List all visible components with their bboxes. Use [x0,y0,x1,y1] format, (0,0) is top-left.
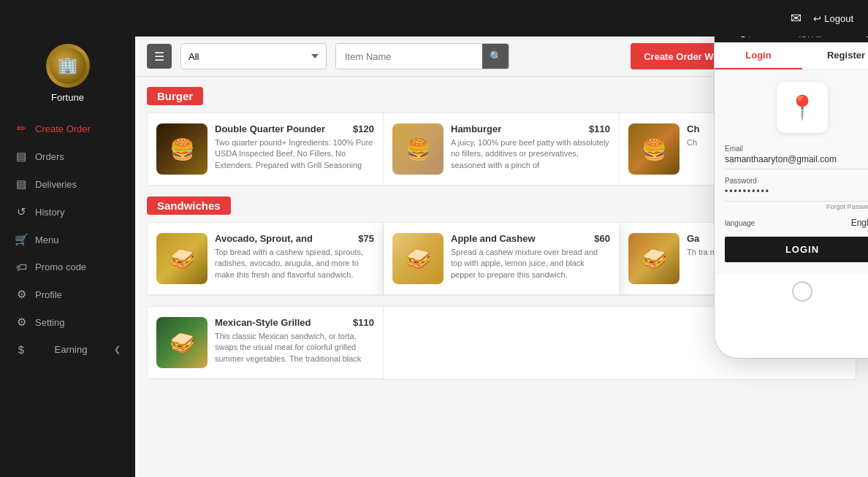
phone-home-button[interactable] [792,281,812,302]
item-price: $60 [594,233,610,244]
promo-icon: 🏷 [15,261,28,273]
item-name: Ch [687,123,699,134]
item-name: Hamburger [451,123,501,134]
hamburger-button[interactable]: ☰ [147,44,172,69]
logout-button[interactable]: ↩ Logout [813,13,853,24]
item-price: $110 [353,317,374,328]
item-image-cheeseburger [628,123,679,175]
item-image-avocado-sprout [156,233,208,284]
search-button[interactable]: 🔍 [482,44,509,69]
phone-status-bar: ●●●● ▲▼ 4:34 PM 100% [715,37,868,42]
menu-item-mexican-grilled[interactable]: Mexican-Style Grilled $110 This classic … [148,307,384,379]
category-sandwiches-label: Sandwiches [147,196,231,215]
create-order-icon: ✏ [15,122,28,135]
sidebar-item-deliveries[interactable]: ▤ Deliveries [0,170,135,198]
phone-body: 📍 Email samanthaaryton@gmail.com Passwor… [715,70,868,274]
brand-logo [46,44,90,88]
item-image-mexican-grilled [156,317,208,368]
menu-icon: 🛒 [15,233,28,246]
item-name: Apple and Cashew [451,233,536,244]
item-description: Two quarter pound+ Ingredients: 100% Pur… [215,137,374,171]
menu-item-avocado-sprout[interactable]: Avocado, Sprout, and $75 Top bread with … [148,223,384,295]
phone-password-label: Password [725,177,868,185]
item-price: $120 [353,123,374,134]
sidebar-item-promo-code[interactable]: 🏷 Promo code [0,253,135,281]
item-description: Top bread with a cashew spread, sprouts,… [215,247,374,281]
phone-language-label: language [725,219,755,227]
phone-app-logo: 📍 [777,82,828,133]
phone-home-area [715,274,868,309]
sidebar: Fortune ✏ Create Order ▤ Orders ▤ Delive… [0,37,135,477]
item-image-double-quarter-pounder [156,123,208,175]
sidebar-item-profile[interactable]: ⚙ Profile [0,281,135,308]
earning-icon: $ [15,343,28,356]
search-input[interactable] [336,44,482,69]
phone-forgot-password[interactable]: Forgot Password? [725,203,868,210]
phone-time: 4:34 PM [797,37,822,39]
item-image-hamburger [392,123,443,175]
phone-tab-register[interactable]: Register [802,42,868,69]
sidebar-item-setting[interactable]: ⚙ Setting [0,308,135,336]
earning-chevron-icon: ❮ [114,345,121,354]
phone-password-value[interactable]: •••••••••• [725,186,868,202]
sidebar-item-orders[interactable]: ▤ Orders [0,142,135,170]
item-description: A juicy, 100% pure beef patty with absol… [451,137,610,171]
item-name: Mexican-Style Grilled [215,317,311,328]
menu-item-hamburger[interactable]: Hamburger $110 A juicy, 100% pure beef p… [384,113,620,186]
setting-icon: ⚙ [15,316,28,329]
phone-mockup: ●●●● ▲▼ 4:34 PM 100% Login Register 📍 Em… [715,37,868,358]
logout-icon: ↩ [813,13,821,24]
sidebar-item-earning[interactable]: $ Earning ❮ [0,336,135,363]
item-price: $110 [589,123,610,134]
phone-login-button[interactable]: LOGIN [725,237,868,262]
phone-tab-login[interactable]: Login [715,42,802,69]
mail-icon[interactable]: ✉ [791,10,802,26]
item-name: Ga [687,233,699,244]
orders-icon: ▤ [15,150,28,163]
menu-item-apple-cashew[interactable]: Apple and Cashew $60 Spread a cashew mix… [384,223,620,295]
category-select[interactable]: All Burger Sandwiches [180,43,327,69]
item-description: This classic Mexican sandwich, or torta,… [215,331,374,365]
sidebar-nav: ✏ Create Order ▤ Orders ▤ Deliveries ↺ H… [0,115,135,363]
item-image-apple-cashew [392,233,443,284]
history-icon: ↺ [15,205,28,218]
sidebar-item-create-order[interactable]: ✏ Create Order [0,115,135,142]
menu-item-double-quarter-pounder[interactable]: Double Quarter Pounder $120 Two quarter … [148,113,384,186]
phone-language-value: English [851,218,868,228]
brand-name: Fortune [51,92,84,103]
profile-icon: ⚙ [15,288,28,301]
item-price: $75 [358,233,374,244]
item-image-ga-sandwich [628,233,679,284]
phone-auth-tabs: Login Register [715,42,868,70]
phone-email-value[interactable]: samanthaaryton@gmail.com [725,154,868,169]
item-description: Spread a cashew mixture over bread and t… [451,247,610,281]
search-container: 🔍 [335,43,509,69]
phone-signal: ●●●● ▲▼ [722,37,753,39]
category-burger-label: Burger [147,87,203,105]
deliveries-icon: ▤ [15,178,28,191]
item-name: Double Quarter Pounder [215,123,325,134]
sidebar-item-history[interactable]: ↺ History [0,198,135,226]
item-name: Avocado, Sprout, and [215,233,313,244]
sidebar-item-menu[interactable]: 🛒 Menu [0,226,135,253]
phone-email-label: Email [725,145,868,153]
topbar: ✉ ↩ Logout [0,0,868,37]
main-content: ☰ All Burger Sandwiches 🔍 Create Order W… [135,37,868,477]
